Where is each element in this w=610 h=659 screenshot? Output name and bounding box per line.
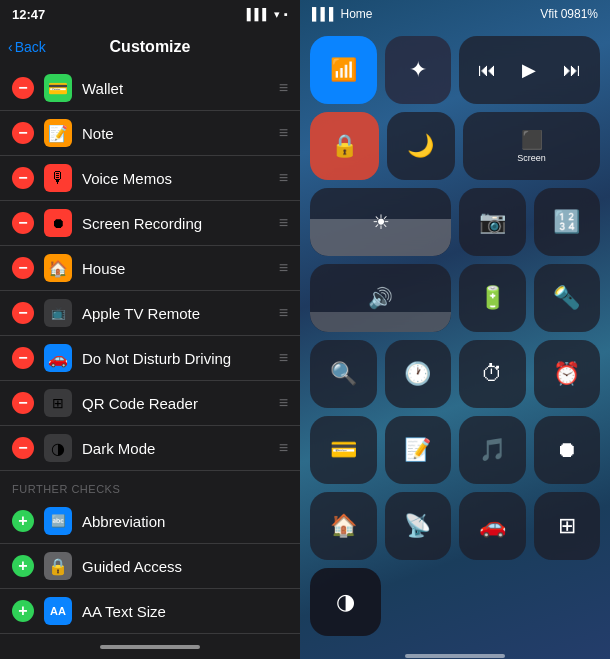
screen-mirror-icon: ⬛ [521, 129, 543, 151]
magnifier-icon: 🔍 [330, 361, 357, 387]
item-label: Apple TV Remote [82, 305, 279, 322]
drag-handle[interactable]: ≡ [279, 259, 288, 277]
remove-button[interactable]: − [12, 302, 34, 324]
list-item[interactable]: + 🔒 Guided Access [0, 544, 300, 589]
item-label: Do Not Disturb Driving [82, 350, 279, 367]
drag-handle[interactable]: ≡ [279, 304, 288, 322]
back-button[interactable]: ‹ Back [8, 39, 46, 55]
drag-handle[interactable]: ≡ [279, 79, 288, 97]
list-item[interactable]: − 💳 Wallet ≡ [0, 66, 300, 111]
wallet-icon: 💳 [44, 74, 72, 102]
list-item[interactable]: − 📺 Apple TV Remote ≡ [0, 291, 300, 336]
bluetooth-button[interactable]: ✦ [385, 36, 452, 104]
left-home-bar [0, 635, 300, 659]
cc-row1: 📶 ✦ ⏮ ▶ ⏭ [310, 36, 600, 104]
drag-handle[interactable]: ≡ [279, 394, 288, 412]
soundboard-button[interactable]: 🎵 [459, 416, 526, 484]
clock-icon: 🕐 [404, 361, 431, 387]
timer-button[interactable]: ⏱ [459, 340, 526, 408]
battery-button[interactable]: 🔋 [459, 264, 526, 332]
remove-button[interactable]: − [12, 77, 34, 99]
remove-button[interactable]: − [12, 167, 34, 189]
wifi-icon: ▾ [274, 8, 280, 21]
rewind-icon[interactable]: ⏮ [478, 60, 496, 81]
qr-button[interactable]: ⊞ [534, 492, 601, 560]
list-item[interactable]: − 📝 Note ≡ [0, 111, 300, 156]
cc-row4: 🔊 🔋 🔦 [310, 264, 600, 332]
drag-handle[interactable]: ≡ [279, 349, 288, 367]
right-carrier: Home [341, 7, 373, 21]
media-controls[interactable]: ⏮ ▶ ⏭ [459, 36, 600, 104]
list-item[interactable]: − ◑ Dark Mode ≡ [0, 426, 300, 471]
item-label: Note [82, 125, 279, 142]
wallet-button[interactable]: 💳 [310, 416, 377, 484]
remove-button[interactable]: − [12, 212, 34, 234]
item-label: Dark Mode [82, 440, 279, 457]
record-button[interactable]: ⏺ [534, 416, 601, 484]
qr-icon: ⊞ [558, 513, 576, 539]
darkmode-button[interactable]: ◑ [310, 568, 381, 636]
list-item[interactable]: + AA AA Text Size [0, 589, 300, 634]
section-header: FURTHER CHECKS [0, 471, 300, 499]
list-item[interactable]: + 🔤 Abbreviation [0, 499, 300, 544]
magnifier-button[interactable]: 🔍 [310, 340, 377, 408]
add-button[interactable]: + [12, 600, 34, 622]
list-item[interactable]: + + Make Siri Read Messages [0, 634, 300, 635]
play-icon[interactable]: ▶ [522, 59, 536, 81]
remove-button[interactable]: − [12, 392, 34, 414]
list-item[interactable]: − ⏺ Screen Recording ≡ [0, 201, 300, 246]
item-label: Screen Recording [82, 215, 279, 232]
cc-row2: 🔒 🌙 ⬛ Screen [310, 112, 600, 180]
homekit-button[interactable]: 🏠 [310, 492, 377, 560]
alarm-button[interactable]: ⏰ [534, 340, 601, 408]
wallet-icon: 💳 [330, 437, 357, 463]
drive-button[interactable]: 🚗 [459, 492, 526, 560]
calculator-icon: 🔢 [553, 209, 580, 235]
item-label: QR Code Reader [82, 395, 279, 412]
list-item[interactable]: − 🎙 Voice Memos ≡ [0, 156, 300, 201]
add-button[interactable]: + [12, 555, 34, 577]
wifi-button[interactable]: 📶 [310, 36, 377, 104]
notes-button[interactable]: 📝 [385, 416, 452, 484]
right-home-bar [300, 644, 610, 659]
remove-button[interactable]: − [12, 347, 34, 369]
moon-button[interactable]: 🌙 [387, 112, 456, 180]
calculator-button[interactable]: 🔢 [534, 188, 601, 256]
darkmode-icon: ◑ [336, 589, 355, 615]
remove-button[interactable]: − [12, 437, 34, 459]
item-label: AA Text Size [82, 603, 288, 620]
remote-button[interactable]: 📡 [385, 492, 452, 560]
screen-mirror-label: Screen [517, 153, 546, 163]
record-icon: ⏺ [556, 437, 578, 463]
status-time: 12:47 [12, 7, 45, 22]
volume-control[interactable]: 🔊 [310, 264, 451, 332]
item-label: Guided Access [82, 558, 288, 575]
drag-handle[interactable]: ≡ [279, 439, 288, 457]
homekit-icon: 🏠 [330, 513, 357, 539]
included-list[interactable]: − 💳 Wallet ≡ − 📝 Note ≡ − 🎙 Voice Memos … [0, 66, 300, 635]
screen-mirror-button[interactable]: ⬛ Screen [463, 112, 600, 180]
remove-button[interactable]: − [12, 122, 34, 144]
drag-handle[interactable]: ≡ [279, 214, 288, 232]
list-item[interactable]: − 🏠 House ≡ [0, 246, 300, 291]
screen-recording-icon: ⏺ [44, 209, 72, 237]
drag-handle[interactable]: ≡ [279, 169, 288, 187]
clock-button[interactable]: 🕐 [385, 340, 452, 408]
text-size-icon: AA [44, 597, 72, 625]
timer-icon: ⏱ [481, 361, 503, 387]
brightness-control[interactable]: ☀ [310, 188, 451, 256]
add-button[interactable]: + [12, 510, 34, 532]
right-panel: ▌▌▌ Home Vfit 0981% 📶 ✦ ⏮ ▶ ⏭ [300, 0, 610, 659]
flashlight-button[interactable]: 🔦 [534, 264, 601, 332]
list-item[interactable]: − 🚗 Do Not Disturb Driving ≡ [0, 336, 300, 381]
flashlight-icon: 🔦 [553, 285, 580, 311]
remove-button[interactable]: − [12, 257, 34, 279]
right-battery: 0981% [561, 7, 598, 21]
camera-button[interactable]: 📷 [459, 188, 526, 256]
camera-icon: 📷 [479, 209, 506, 235]
item-label: House [82, 260, 279, 277]
list-item[interactable]: − ⊞ QR Code Reader ≡ [0, 381, 300, 426]
drag-handle[interactable]: ≡ [279, 124, 288, 142]
forward-icon[interactable]: ⏭ [563, 60, 581, 81]
rotation-lock-button[interactable]: 🔒 [310, 112, 379, 180]
